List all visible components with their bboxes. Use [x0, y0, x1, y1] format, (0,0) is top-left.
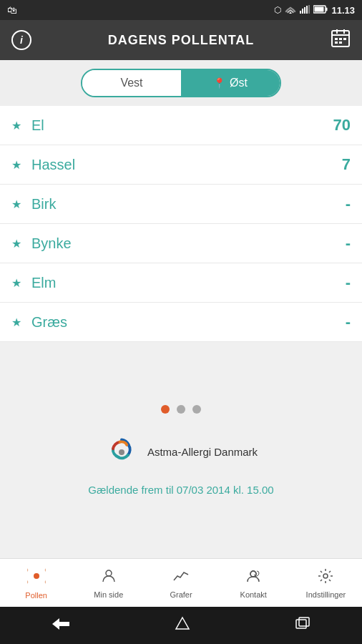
svg-rect-13 — [339, 38, 342, 40]
min-side-nav-icon — [100, 567, 117, 587]
pollen-nav-icon — [27, 567, 46, 588]
svg-point-17 — [119, 449, 124, 455]
page-title: DAGENS POLLENTAL — [108, 33, 255, 48]
kontakt-nav-icon — [245, 567, 262, 587]
svg-rect-32 — [299, 618, 309, 626]
svg-rect-7 — [315, 6, 324, 11]
recents-button[interactable] — [295, 617, 310, 635]
info-section: Astma-Allergi Danmark Gældende frem til … — [0, 342, 362, 558]
nav-pollen-label: Pollen — [25, 591, 47, 600]
pollen-item[interactable]: ★ Græs - — [0, 303, 362, 342]
svg-point-24 — [27, 567, 29, 573]
pollen-item[interactable]: ★ El 70 — [0, 106, 362, 145]
home-button[interactable] — [175, 616, 190, 635]
svg-marker-30 — [176, 618, 189, 629]
svg-rect-4 — [308, 5, 310, 14]
pollen-list: ★ El 70 ★ Hassel 7 ★ Birk - ★ Bynke - ★ … — [0, 106, 362, 342]
pollen-value: 7 — [342, 155, 351, 174]
info-button[interactable]: i — [11, 30, 31, 50]
pollen-value: - — [346, 273, 351, 292]
dot-1[interactable] — [161, 405, 170, 414]
star-icon: ★ — [11, 237, 21, 250]
pollen-value: - — [346, 313, 351, 331]
star-icon: ★ — [11, 119, 21, 132]
pollen-item[interactable]: ★ Birk - — [0, 185, 362, 224]
pollen-item[interactable]: ★ Hassel 7 — [0, 145, 362, 185]
svg-rect-14 — [343, 38, 346, 40]
calendar-button[interactable] — [331, 28, 351, 52]
grafer-nav-icon — [172, 567, 190, 587]
svg-point-25 — [106, 570, 112, 576]
nav-min-side-label: Min side — [94, 590, 123, 599]
pollen-name: Bynke — [31, 235, 346, 252]
pollen-name: Elm — [31, 275, 346, 291]
svg-point-21 — [44, 579, 45, 585]
status-bar: 🛍 ⬡ 11.13 — [0, 0, 362, 20]
region-toggle-container: Vest 📍 Øst — [0, 60, 362, 106]
svg-rect-3 — [306, 6, 308, 14]
svg-rect-1 — [302, 9, 303, 14]
carousel-dots — [161, 405, 201, 414]
star-icon: ★ — [11, 276, 21, 290]
pollen-name: Hassel — [31, 157, 342, 173]
bluetooth-icon: ⬡ — [274, 5, 281, 15]
battery-icon — [313, 5, 328, 16]
vest-button[interactable]: Vest — [82, 70, 181, 96]
svg-rect-15 — [335, 42, 338, 44]
dot-3[interactable] — [192, 405, 201, 414]
svg-point-23 — [27, 579, 29, 585]
dot-2[interactable] — [177, 405, 185, 414]
svg-rect-2 — [304, 7, 305, 14]
brand-name: Astma-Allergi Danmark — [147, 446, 258, 458]
brand-logo-container: Astma-Allergi Danmark — [104, 435, 258, 469]
pollen-name: Birk — [31, 196, 346, 213]
validity-text: Gældende frem til 07/03 2014 kl. 15.00 — [88, 484, 273, 496]
nav-kontakt-label: Kontakt — [240, 590, 267, 599]
svg-rect-31 — [296, 620, 306, 628]
wifi-icon — [285, 5, 296, 16]
location-pin-icon: 📍 — [213, 77, 225, 89]
svg-marker-29 — [52, 618, 69, 630]
indstillinger-nav-icon — [317, 567, 334, 587]
ost-label: Øst — [230, 77, 248, 89]
status-left: 🛍 — [7, 4, 17, 16]
nav-indstillinger[interactable]: Indstillinger — [290, 559, 362, 607]
svg-rect-6 — [326, 7, 328, 11]
nav-grafer-label: Grafer — [170, 590, 192, 599]
nav-indstillinger-label: Indstillinger — [306, 590, 346, 599]
shopping-bag-icon: 🛍 — [7, 4, 17, 16]
svg-point-18 — [34, 573, 39, 579]
region-toggle[interactable]: Vest 📍 Øst — [81, 69, 281, 97]
svg-point-20 — [44, 567, 45, 573]
status-right: ⬡ 11.13 — [274, 5, 355, 16]
svg-rect-12 — [335, 38, 338, 40]
info-icon-label: i — [20, 34, 23, 46]
pollen-value: - — [346, 234, 351, 253]
nav-kontakt[interactable]: Kontakt — [217, 559, 290, 607]
bottom-navigation: Pollen Min side Grafer Kontakt — [0, 558, 362, 607]
svg-rect-0 — [300, 11, 301, 14]
nav-pollen[interactable]: Pollen — [0, 559, 72, 607]
pollen-item[interactable]: ★ Bynke - — [0, 224, 362, 263]
app-header: i DAGENS POLLENTAL — [0, 20, 362, 60]
pollen-item[interactable]: ★ Elm - — [0, 263, 362, 303]
pollen-name: Græs — [31, 314, 346, 331]
system-navigation — [0, 607, 362, 644]
time-display: 11.13 — [331, 5, 355, 16]
nav-grafer[interactable]: Grafer — [145, 559, 217, 607]
star-icon: ★ — [11, 316, 21, 329]
pollen-value: 70 — [333, 116, 351, 135]
pollen-value: - — [346, 195, 351, 213]
nav-min-side[interactable]: Min side — [72, 559, 145, 607]
pollen-name: El — [31, 117, 333, 134]
signal-icon — [300, 5, 310, 16]
ost-button[interactable]: 📍 Øst — [181, 70, 280, 96]
star-icon: ★ — [11, 197, 21, 211]
svg-point-28 — [323, 574, 328, 578]
star-icon: ★ — [11, 158, 21, 172]
svg-rect-16 — [339, 42, 342, 44]
back-button[interactable] — [52, 617, 69, 635]
astma-allergi-logo — [104, 435, 139, 469]
